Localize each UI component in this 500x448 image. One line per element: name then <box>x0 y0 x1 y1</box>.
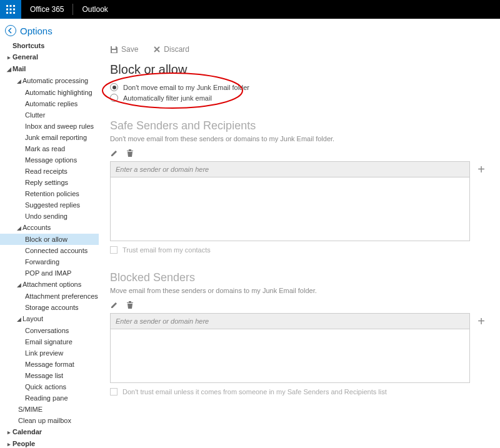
edit-icon[interactable] <box>110 301 119 309</box>
add-blocked-sender-button[interactable]: + <box>475 313 488 329</box>
sidebar-item[interactable]: Connected accounts <box>6 245 99 256</box>
sidebar-shortcuts[interactable]: Shortcuts <box>6 40 99 51</box>
sidebar-item[interactable]: Automatic replies <box>6 98 99 109</box>
safe-senders-desc: Don't move email from these senders or d… <box>110 135 488 142</box>
sidebar-item[interactable]: Email signature <box>6 336 99 347</box>
checkbox-icon[interactable] <box>110 388 118 396</box>
blocked-senders-list[interactable] <box>110 329 470 383</box>
radio-icon[interactable] <box>110 83 118 91</box>
blocked-senders-title: Blocked Senders <box>110 271 488 284</box>
svg-rect-0 <box>6 5 8 7</box>
sidebar-item[interactable]: Forwarding <box>6 256 99 267</box>
svg-rect-2 <box>13 5 15 7</box>
safe-sender-input[interactable]: Enter a sender or domain here <box>110 161 470 177</box>
sidebar-item[interactable]: Undo sending <box>6 211 99 222</box>
svg-rect-9 <box>112 46 116 49</box>
blocked-sender-input[interactable]: Enter a sender or domain here <box>110 313 470 329</box>
sidebar-general[interactable]: ▸General <box>6 51 99 63</box>
sidebar-item[interactable]: Automatic highlighting <box>6 87 99 98</box>
sidebar-item[interactable]: POP and IMAP <box>6 267 99 279</box>
page-title: Block or allow <box>110 62 488 77</box>
sidebar-item[interactable]: Retention policies <box>6 188 99 199</box>
radio-dont-move[interactable]: Don't move email to my Junk Email folder <box>110 83 488 91</box>
sidebar-cleanup[interactable]: Clean up mailbox <box>6 415 99 426</box>
sidebar-attach[interactable]: ◢Attachment options <box>6 279 99 291</box>
dont-trust-checkbox[interactable]: Don't trust email unless it comes from s… <box>110 388 488 396</box>
sidebar-mail[interactable]: ◢Mail <box>6 63 99 75</box>
trust-contacts-checkbox[interactable]: Trust email from my contacts <box>110 246 488 254</box>
sidebar-item[interactable]: Message list <box>6 370 99 381</box>
blocked-senders-desc: Move email from these senders or domains… <box>110 287 488 294</box>
sidebar-item[interactable]: Reading pane <box>6 392 99 404</box>
radio-auto-filter[interactable]: Automatically filter junk email <box>110 94 488 102</box>
sidebar-layout[interactable]: ◢Layout <box>6 313 99 325</box>
sidebar-calendar[interactable]: ▸Calendar <box>6 426 99 438</box>
app-label[interactable]: Outlook <box>73 0 116 19</box>
svg-rect-5 <box>13 9 15 11</box>
svg-rect-10 <box>112 50 116 52</box>
sidebar-item[interactable]: Attachment preferences <box>6 291 99 302</box>
sidebar-item[interactable]: Suggested replies <box>6 199 99 211</box>
save-icon <box>110 46 118 54</box>
safe-senders-title: Safe Senders and Recipients <box>110 119 488 132</box>
options-title: Options <box>20 26 52 36</box>
save-button[interactable]: Save <box>110 45 138 54</box>
sidebar-smime[interactable]: S/MIME <box>6 404 99 415</box>
main-content: Save Discard Block or allow Don't move e… <box>99 39 500 448</box>
discard-icon <box>153 46 161 53</box>
brand-label[interactable]: Office 365 <box>21 0 72 19</box>
delete-icon[interactable] <box>126 301 134 309</box>
sidebar-item[interactable]: Read receipts <box>6 166 99 177</box>
sidebar-item[interactable]: Message options <box>6 154 99 166</box>
radio-icon[interactable] <box>110 94 118 102</box>
sidebar-item[interactable]: Storage accounts <box>6 302 99 313</box>
sidebar-item[interactable]: Mark as read <box>6 143 99 154</box>
sidebar-item[interactable]: Quick actions <box>6 381 99 392</box>
back-icon[interactable] <box>5 25 16 36</box>
sidebar-item[interactable]: Junk email reporting <box>6 132 99 143</box>
svg-rect-7 <box>10 12 12 14</box>
sidebar-item[interactable]: Clutter <box>6 109 99 121</box>
svg-rect-6 <box>6 12 8 14</box>
top-bar: Office 365 Outlook <box>0 0 500 19</box>
app-launcher-icon[interactable] <box>0 0 21 19</box>
svg-rect-1 <box>10 5 12 7</box>
toolbar: Save Discard <box>110 45 488 60</box>
sidebar-accounts[interactable]: ◢Accounts <box>6 222 99 234</box>
discard-button[interactable]: Discard <box>153 45 189 54</box>
back-row[interactable]: Options <box>0 19 500 39</box>
sidebar: Shortcuts ▸General ◢Mail ◢Automatic proc… <box>0 39 99 448</box>
safe-senders-list[interactable] <box>110 177 470 241</box>
svg-rect-4 <box>10 9 12 11</box>
edit-icon[interactable] <box>110 149 119 157</box>
svg-rect-3 <box>6 9 8 11</box>
checkbox-icon[interactable] <box>110 246 118 254</box>
svg-rect-8 <box>13 12 15 14</box>
sidebar-item[interactable]: Message format <box>6 359 99 370</box>
delete-icon[interactable] <box>126 149 134 157</box>
sidebar-item[interactable]: Inbox and sweep rules <box>6 121 99 132</box>
sidebar-people[interactable]: ▸People <box>6 438 99 448</box>
sidebar-item[interactable]: Link preview <box>6 347 99 359</box>
sidebar-item[interactable]: Reply settings <box>6 177 99 188</box>
add-safe-sender-button[interactable]: + <box>475 161 488 177</box>
sidebar-item-block-or-allow[interactable]: Block or allow <box>0 234 99 245</box>
sidebar-item[interactable]: Conversations <box>6 325 99 336</box>
sidebar-autoproc[interactable]: ◢Automatic processing <box>6 75 99 87</box>
